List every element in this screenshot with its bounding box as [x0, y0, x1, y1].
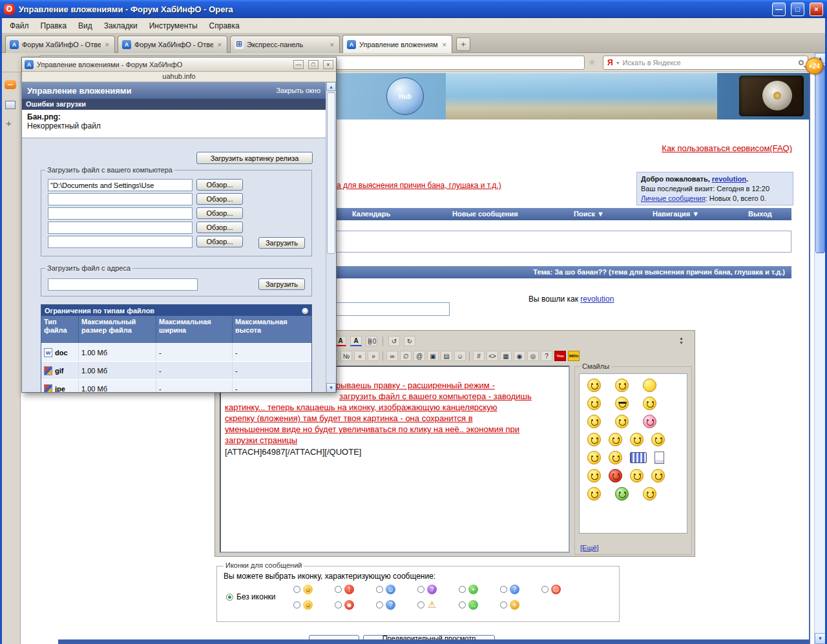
title-input[interactable]: [323, 302, 450, 316]
dialog-maximize-button[interactable]: □: [308, 60, 319, 69]
guitar-smiley[interactable]: [630, 469, 644, 483]
globe-icon[interactable]: ◉: [514, 351, 525, 361]
laugh-smiley[interactable]: [587, 379, 601, 392]
browser-scrollbar[interactable]: ▲ ▼: [814, 53, 825, 644]
nav-logout[interactable]: Выход: [748, 210, 772, 218]
nav-calendar[interactable]: Календарь: [352, 210, 390, 218]
collapse-icon[interactable]: ◉: [302, 306, 308, 315]
tab-close-icon[interactable]: ×: [104, 41, 110, 48]
globe2-icon[interactable]: ◎: [527, 351, 539, 361]
smile2-icon[interactable]: ☺: [303, 600, 313, 610]
idea-smiley[interactable]: [609, 433, 622, 446]
more-smilies-link[interactable]: [Ещё]: [580, 544, 599, 552]
scroll-down-button[interactable]: ▼: [815, 633, 826, 644]
image-icon[interactable]: ▣: [427, 351, 439, 361]
smirk-smiley[interactable]: [587, 451, 601, 464]
window-titlebar[interactable]: O Управление вложениями - Форум ХабИнфО …: [0, 0, 827, 18]
dialog-scrollbar-thumb[interactable]: [327, 92, 335, 254]
dialog-scroll-up-icon[interactable]: ▲: [326, 82, 336, 91]
kiss-smiley[interactable]: [643, 415, 656, 428]
faq-link[interactable]: Как пользоваться сервисом(FAQ): [620, 143, 792, 153]
tab-close-icon[interactable]: ×: [216, 41, 223, 48]
smile-smiley[interactable]: [587, 397, 601, 410]
browse-button-5[interactable]: Обзор...: [196, 236, 243, 247]
minimize-button[interactable]: —: [772, 3, 786, 16]
post-icon-radio[interactable]: [376, 586, 383, 593]
menu-tools[interactable]: Инструменты: [143, 19, 204, 32]
toolbar-collapse-arrows[interactable]: ▲▼: [679, 336, 684, 345]
file-input-1[interactable]: [48, 179, 193, 191]
note-smiley[interactable]: [654, 452, 664, 464]
post-icon-radio[interactable]: [293, 586, 300, 593]
blue-smile-icon[interactable]: ☺: [386, 585, 395, 594]
smile-icon[interactable]: ☺: [303, 585, 313, 594]
no-icon-radio[interactable]: [226, 594, 233, 601]
question-icon[interactable]: ?: [510, 585, 519, 594]
youtube-icon[interactable]: You: [554, 351, 566, 361]
file-input-5[interactable]: [48, 236, 193, 248]
browse-button-4[interactable]: Обзор...: [196, 222, 243, 233]
nav-navigation[interactable]: Навигация ▼: [653, 210, 699, 218]
outdent-icon[interactable]: «: [354, 351, 366, 361]
dialog-close-button[interactable]: ×: [323, 60, 333, 69]
email-icon[interactable]: @: [414, 351, 425, 361]
post-icon-radio[interactable]: [376, 601, 383, 608]
search-engine-dropdown-icon[interactable]: ▼: [616, 61, 620, 65]
idea-icon[interactable]: •: [468, 585, 478, 594]
search-magnifier-icon[interactable]: [799, 60, 804, 65]
help-icon[interactable]: ?: [541, 351, 552, 361]
file-input-2[interactable]: [48, 193, 193, 205]
notification-badge[interactable]: +24: [806, 57, 823, 74]
file-input-4[interactable]: [48, 222, 193, 234]
hash-icon[interactable]: #: [473, 351, 485, 361]
tab-attachments-active[interactable]: A Управление вложениям... ×: [342, 35, 452, 53]
logged-in-user-link[interactable]: revolution: [580, 295, 614, 304]
accordion-smiley[interactable]: [630, 452, 647, 463]
post-icon-radio[interactable]: [417, 586, 424, 593]
thumbsup-icon[interactable]: +: [510, 600, 519, 610]
undo-icon[interactable]: ↺: [388, 336, 400, 346]
red-devil-icon[interactable]: ☻: [344, 600, 354, 610]
rolleyes-smiley[interactable]: [587, 469, 601, 483]
upload-local-button[interactable]: Загрузить: [258, 237, 305, 249]
blue-question-icon[interactable]: ?: [386, 600, 395, 610]
post-icon-radio[interactable]: [335, 586, 342, 593]
panels-icon[interactable]: [5, 101, 16, 109]
username-link[interactable]: revolution: [712, 175, 746, 183]
browse-button-2[interactable]: Обзор...: [196, 193, 243, 205]
link-icon[interactable]: ∞: [386, 351, 398, 361]
devil-smiley[interactable]: [609, 469, 622, 483]
post-icon-radio[interactable]: [417, 601, 424, 608]
url-input[interactable]: [48, 278, 198, 291]
browse-button-1[interactable]: Обзор...: [196, 179, 243, 191]
lol-smiley[interactable]: [651, 433, 665, 446]
code-icon[interactable]: <>: [487, 351, 498, 361]
new-tab-button[interactable]: +: [456, 37, 470, 51]
post-icon-radio[interactable]: [500, 586, 507, 593]
post-icon-radio[interactable]: [335, 601, 342, 608]
close-window-link[interactable]: Закрыть окно: [276, 87, 320, 94]
smiley-icon[interactable]: ☺: [454, 351, 466, 361]
warning-icon[interactable]: ⚠: [427, 600, 437, 610]
highlight-color-icon[interactable]: A: [350, 336, 362, 346]
cool-smiley[interactable]: [615, 397, 629, 410]
message-textarea[interactable]: рываешь правку - расширенный режим - заг…: [220, 366, 570, 553]
yandex-search-field[interactable]: Я ▼ Искать в Яндексе: [603, 56, 808, 70]
haha-smiley[interactable]: [615, 415, 629, 428]
menu-file[interactable]: Файл: [4, 19, 35, 32]
upload-url-button[interactable]: Загрузить: [258, 278, 305, 290]
menu-bookmarks[interactable]: Закладки: [98, 19, 143, 32]
sweat-smiley[interactable]: [587, 433, 601, 446]
bookmark-star-icon[interactable]: ★: [588, 57, 596, 67]
menu-view[interactable]: Вид: [72, 19, 98, 32]
close-button[interactable]: ×: [810, 3, 823, 16]
dialog-scrollbar[interactable]: ▲ ▼: [326, 82, 336, 393]
upload-release-image-button[interactable]: Загрузить картинку релиза: [196, 152, 313, 164]
browse-button-3[interactable]: Обзор...: [196, 207, 243, 219]
sick-smiley[interactable]: [587, 487, 601, 501]
angry-icon[interactable]: ☹: [551, 585, 561, 594]
tab-forum-1[interactable]: A Форум ХабИнфО - Отве... ×: [5, 36, 115, 53]
video-icon[interactable]: ▤: [441, 351, 452, 361]
redo-icon[interactable]: ↻: [404, 336, 415, 346]
indent-icon[interactable]: »: [368, 351, 379, 361]
